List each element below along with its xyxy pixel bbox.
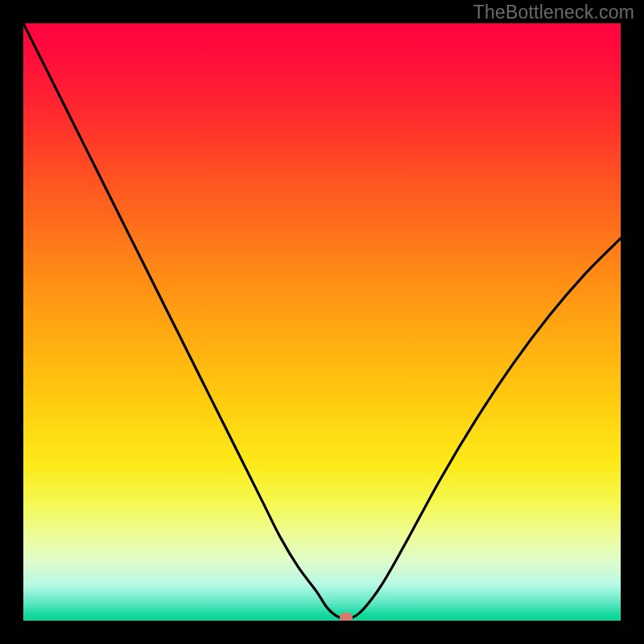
curve-svg	[23, 23, 621, 621]
optimal-point-marker	[340, 613, 353, 621]
site-watermark: TheBottleneck.com	[473, 2, 634, 23]
chart-frame: TheBottleneck.com	[0, 0, 644, 644]
bottleneck-curve	[23, 23, 621, 619]
plot-area	[23, 23, 621, 621]
